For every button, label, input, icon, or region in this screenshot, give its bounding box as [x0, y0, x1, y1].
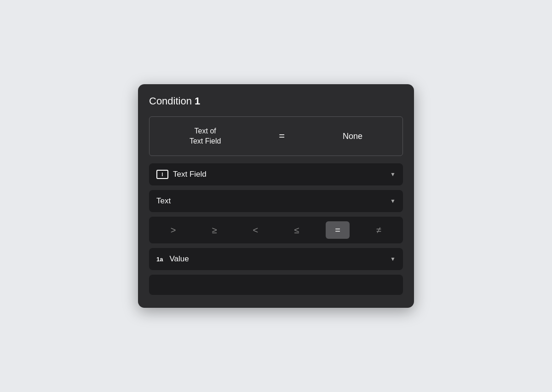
- card-title: Condition 1: [149, 95, 403, 107]
- op-not-equal[interactable]: ≠: [367, 221, 391, 239]
- type-dropdown[interactable]: Text ▼: [149, 190, 403, 212]
- title-prefix: Condition: [149, 95, 195, 107]
- value-input[interactable]: [149, 275, 403, 295]
- type-dropdown-label: Text: [156, 196, 171, 206]
- field-dropdown-label: Text Field: [173, 170, 207, 179]
- title-number: 1: [195, 95, 200, 107]
- op-less-than[interactable]: <: [243, 221, 267, 239]
- field-dropdown-inner: I Text Field: [156, 170, 207, 179]
- op-less-equal[interactable]: ≤: [285, 221, 309, 239]
- field-dropdown-arrow: ▼: [390, 171, 396, 178]
- value-dropdown-label: Value: [169, 254, 189, 264]
- field-dropdown[interactable]: I Text Field ▼: [149, 163, 403, 185]
- operator-row: > ≥ < ≤ = ≠: [149, 217, 403, 243]
- value-dropdown-inner: 1a Value: [156, 254, 189, 264]
- condition-preview: Text ofText Field = None: [149, 116, 403, 156]
- op-equal[interactable]: =: [326, 221, 350, 239]
- text-field-icon: I: [156, 170, 168, 179]
- preview-field-label: Text ofText Field: [190, 126, 221, 147]
- preview-value: None: [343, 132, 362, 141]
- condition-card: Condition 1 Text ofText Field = None I T…: [138, 84, 414, 308]
- value-dropdown[interactable]: 1a Value ▼: [149, 248, 403, 270]
- value-icon: 1a: [156, 256, 163, 263]
- op-greater-than[interactable]: >: [161, 221, 185, 239]
- value-dropdown-arrow: ▼: [390, 256, 396, 262]
- type-dropdown-arrow: ▼: [390, 198, 396, 204]
- type-dropdown-inner: Text: [156, 196, 171, 206]
- preview-operator: =: [279, 130, 285, 142]
- op-greater-equal[interactable]: ≥: [202, 221, 226, 239]
